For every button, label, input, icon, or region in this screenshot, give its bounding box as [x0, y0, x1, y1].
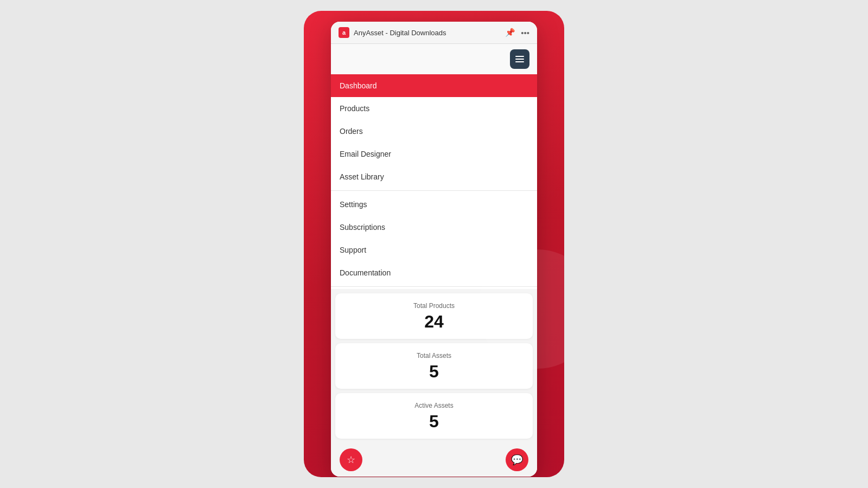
total-assets-value: 5 — [344, 363, 524, 380]
nav-menu: Dashboard Products Orders Email Designer… — [331, 74, 537, 287]
total-assets-label: Total Assets — [344, 352, 524, 359]
nav-item-asset-library[interactable]: Asset Library — [331, 165, 537, 188]
total-products-label: Total Products — [344, 302, 524, 310]
nav-item-dashboard[interactable]: Dashboard — [331, 74, 537, 97]
nav-item-email-designer[interactable]: Email Designer — [331, 143, 537, 165]
nav-item-documentation[interactable]: Documentation — [331, 261, 537, 284]
bottom-bar: ☆ 💬 — [331, 443, 537, 477]
app-icon-letter: a — [342, 29, 346, 36]
browser-title: AnyAsset - Digital Downloads — [354, 29, 446, 37]
chat-icon: 💬 — [511, 454, 523, 466]
nav-item-orders[interactable]: Orders — [331, 120, 537, 143]
menu-btn-row — [331, 44, 537, 74]
nav-item-products[interactable]: Products — [331, 97, 537, 120]
browser-actions: 📌 ••• — [505, 28, 529, 37]
browser-bar: a AnyAsset - Digital Downloads 📌 ••• — [331, 22, 537, 44]
total-products-value: 24 — [344, 313, 524, 330]
star-fab-button[interactable]: ☆ — [340, 448, 362, 471]
stat-card-total-products: Total Products 24 — [335, 293, 533, 339]
browser-bar-left: a AnyAsset - Digital Downloads — [339, 27, 501, 38]
nav-item-support[interactable]: Support — [331, 239, 537, 261]
more-options-icon[interactable]: ••• — [521, 28, 529, 37]
active-assets-value: 5 — [344, 413, 524, 430]
nav-item-subscriptions[interactable]: Subscriptions — [331, 216, 537, 239]
nav-divider-2 — [331, 286, 537, 287]
app-icon: a — [339, 27, 349, 38]
phone-frame: a AnyAsset - Digital Downloads 📌 ••• Das… — [331, 22, 537, 477]
active-assets-label: Active Assets — [344, 402, 524, 409]
nav-divider — [331, 190, 537, 191]
stat-card-active-assets: Active Assets 5 — [335, 393, 533, 439]
stats-section: Total Products 24 Total Assets 5 Active … — [331, 289, 537, 443]
hamburger-icon — [515, 56, 524, 62]
nav-item-settings[interactable]: Settings — [331, 193, 537, 216]
chat-fab-button[interactable]: 💬 — [506, 448, 528, 471]
stat-card-total-assets: Total Assets 5 — [335, 343, 533, 389]
star-icon: ☆ — [347, 454, 355, 466]
pin-icon[interactable]: 📌 — [505, 28, 515, 37]
outer-container: a AnyAsset - Digital Downloads 📌 ••• Das… — [304, 11, 564, 477]
hamburger-button[interactable] — [510, 49, 529, 69]
